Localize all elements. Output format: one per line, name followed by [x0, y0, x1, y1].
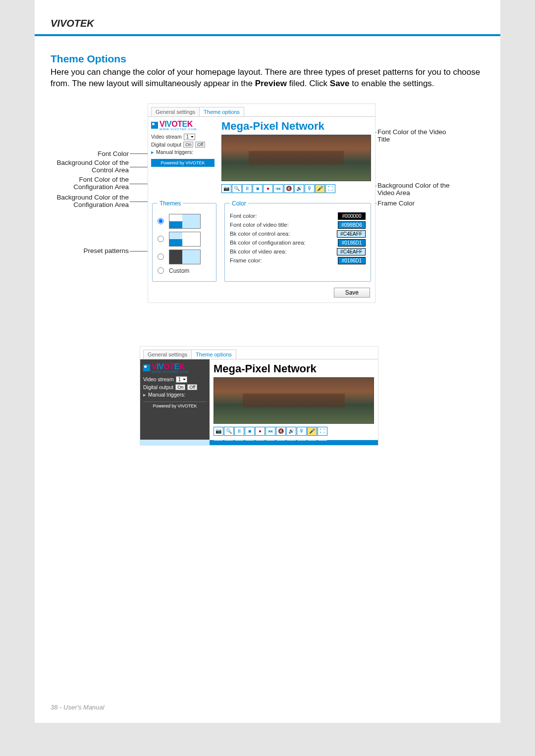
color-label: Bk color of control area: — [230, 231, 290, 237]
video-stream-select[interactable]: 1 — [176, 376, 188, 383]
zoom-icon[interactable]: 🔍 — [232, 184, 242, 193]
pause-icon[interactable]: ⏸ — [242, 184, 252, 193]
leader-line — [130, 184, 150, 184]
video-title: Mega-Pixel Network — [214, 362, 374, 375]
themes-legend: Themes — [158, 200, 183, 207]
color-row-font-video: Font color of video title:#098BD6 — [230, 221, 366, 229]
diagram-1: Font Color Background Color of the Contr… — [51, 103, 484, 331]
camera-icon[interactable]: 📷 — [214, 427, 223, 436]
callout-bk-config: Background Color of the Configuration Ar… — [50, 194, 129, 208]
tab-theme[interactable]: Theme options — [199, 107, 244, 116]
color-row-frame: Frame color:#0186D1 — [230, 257, 366, 264]
video-stream-select[interactable]: 1 — [184, 134, 196, 140]
manual-triggers-label: Manual triggers: — [148, 392, 185, 398]
color-row-bk-video: Bk color of video area:#C4EAFF — [230, 248, 366, 255]
theme-radio-1[interactable] — [158, 218, 164, 224]
callout-preset: Preset patterns — [50, 247, 129, 254]
volume-icon[interactable]: 🔊 — [286, 427, 296, 436]
leader-line — [130, 202, 150, 202]
color-label: Font color of video title: — [230, 222, 289, 228]
digital-on-button[interactable]: On — [183, 142, 193, 148]
digital-off-button[interactable]: Off — [187, 384, 197, 390]
intro-text: Here you can change the color of your ho… — [51, 67, 484, 90]
video-stream-row: Video stream 1 — [151, 134, 214, 140]
intro-part2: filed. Click — [287, 79, 330, 88]
logo-sub: WWW.VIVOTEK.COM — [160, 128, 197, 131]
video-stream-label: Video stream — [143, 376, 174, 382]
color-swatch-font[interactable]: #000000 — [338, 212, 366, 220]
color-swatch-bk-video[interactable]: #C4EAFF — [337, 248, 366, 255]
theme-thumb-2 — [169, 232, 201, 247]
intro-part3: to enable the settings. — [350, 79, 434, 88]
fullscreen-icon[interactable]: ⛶ — [325, 184, 335, 193]
color-swatch-bk-config[interactable]: #0186D1 — [338, 239, 366, 247]
record-icon[interactable]: ● — [255, 427, 265, 436]
mic-icon[interactable]: 🎙 — [305, 184, 315, 193]
callout-frame-color: Frame Color — [377, 200, 457, 207]
fullscreen-icon[interactable]: ⛶ — [318, 427, 327, 436]
theme-radio-custom[interactable] — [158, 267, 164, 274]
theme-option-1[interactable] — [158, 214, 211, 229]
logo-icon — [143, 364, 150, 371]
callout-font-color: Font Color — [50, 150, 129, 157]
manual-triggers-row[interactable]: ▸Manual triggers: — [143, 392, 207, 398]
page: VIVOTEK Theme Options Here you can chang… — [35, 0, 500, 723]
color-row-bk-control: Bk color of control area:#C4EAFF — [230, 230, 366, 238]
chevron-right-icon: ▸ — [151, 149, 154, 155]
stop-icon[interactable]: ■ — [253, 184, 263, 193]
tab-theme[interactable]: Theme options — [191, 350, 236, 359]
mic-on-icon[interactable]: 🎤 — [315, 184, 325, 193]
digital-output-row: Digital outputOnOff — [143, 384, 207, 390]
mic-icon[interactable]: 🎙 — [297, 427, 307, 436]
manual-triggers-row[interactable]: ▸ Manual triggers: — [151, 149, 214, 155]
page-footer: 38 - User's Manual — [51, 704, 105, 711]
tab-general[interactable]: General settings — [143, 350, 192, 359]
custom-label: Custom — [169, 267, 189, 274]
video-area: Mega-Pixel Network 📷 🔍 ⏸ ■ ● ⏮ 🔇 🔊 🎙 — [217, 117, 375, 197]
tab-general[interactable]: General settings — [151, 107, 200, 116]
digital-off-button[interactable]: Off — [195, 142, 205, 148]
page-header: VIVOTEK — [35, 18, 500, 36]
record-icon[interactable]: ● — [263, 184, 273, 193]
logo-sub: WWW.VIVOTEK.COM — [152, 370, 189, 373]
theme-option-2[interactable] — [158, 232, 211, 247]
powered-by: Powered by VIVOTEK — [143, 402, 207, 410]
logo: VIVOTEKWWW.VIVOTEK.COM — [143, 362, 207, 373]
digital-output-label: Digital output — [151, 142, 181, 148]
save-button[interactable]: Save — [334, 288, 370, 298]
callout-font-video-title: Font Color of the Video Title — [377, 128, 457, 143]
stop-icon[interactable]: ■ — [245, 427, 255, 436]
zoom-icon[interactable]: 🔍 — [224, 427, 234, 436]
color-row-bk-config: Bk color of configuration area:#0186D1 — [230, 239, 366, 247]
mic-on-icon[interactable]: 🎤 — [307, 427, 317, 436]
mute-icon[interactable]: 🔇 — [284, 184, 294, 193]
leader-line — [130, 153, 150, 154]
theme-radio-3[interactable] — [158, 253, 164, 260]
manual-triggers-label: Manual triggers: — [156, 149, 193, 155]
color-swatch-frame[interactable]: #0186D1 — [338, 257, 366, 264]
mute-icon[interactable]: 🔇 — [276, 427, 286, 436]
step-back-icon[interactable]: ⏮ — [273, 184, 283, 193]
intro-preview: Preview — [255, 79, 287, 88]
volume-icon[interactable]: 🔊 — [294, 184, 304, 193]
color-swatch-font-video[interactable]: #098BD6 — [338, 221, 366, 229]
video-stream-row: Video stream1 — [143, 376, 207, 383]
pause-icon[interactable]: ⏸ — [234, 427, 244, 436]
theme-thumb-3 — [169, 250, 201, 264]
video-toolbar: 📷 🔍 ⏸ ■ ● ⏮ 🔇 🔊 🎙 🎤 ⛶ — [221, 184, 371, 193]
step-back-icon[interactable]: ⏮ — [266, 427, 275, 436]
color-label: Bk color of video area: — [230, 249, 286, 254]
camera-icon[interactable]: 📷 — [221, 184, 231, 193]
leader-line — [130, 167, 150, 167]
tabs: General settings Theme options — [148, 104, 375, 116]
theme-radio-2[interactable] — [158, 236, 164, 242]
video-area: Mega-Pixel Network 📷🔍⏸■●⏮🔇🔊🎙🎤⛶ — [210, 359, 378, 440]
color-fieldset: Color Font color:#000000 Font color of v… — [224, 200, 371, 282]
theme-option-3[interactable] — [158, 250, 211, 264]
color-swatch-bk-control[interactable]: #C4EAFF — [337, 230, 366, 238]
sidebar: VIVOTEKWWW.VIVOTEK.COM Video stream1 Dig… — [140, 359, 210, 440]
preview-body: VIVOTEK WWW.VIVOTEK.COM Video stream 1 D… — [148, 116, 375, 197]
digital-on-button[interactable]: On — [175, 384, 185, 390]
color-label: Frame color: — [230, 257, 262, 263]
theme-option-custom[interactable]: Custom — [158, 267, 211, 274]
